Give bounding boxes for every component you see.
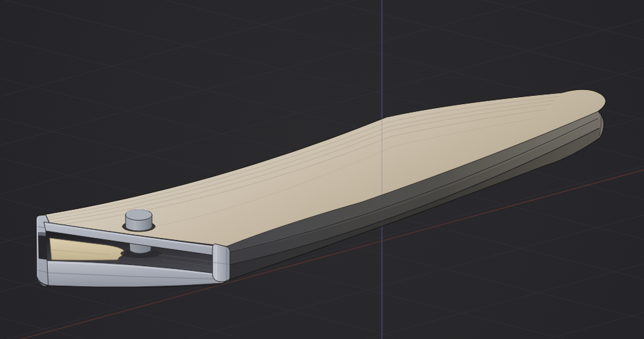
corner-post[interactable] [213, 244, 230, 282]
viewport-3d[interactable] [0, 0, 644, 339]
slider-knob[interactable] [122, 209, 155, 232]
viewport-container [0, 0, 644, 339]
